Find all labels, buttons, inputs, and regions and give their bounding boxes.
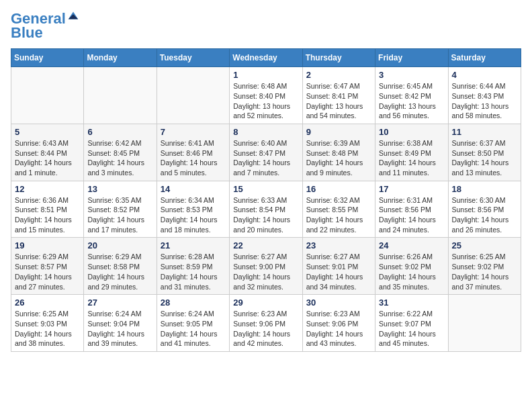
calendar-cell: 24Sunrise: 6:26 AM Sunset: 9:02 PM Dayli…: [375, 238, 448, 295]
day-info: Sunrise: 6:25 AM Sunset: 9:03 PM Dayligh…: [15, 309, 80, 349]
calendar-cell: 6Sunrise: 6:42 AM Sunset: 8:45 PM Daylig…: [84, 124, 157, 181]
day-number: 29: [233, 298, 298, 308]
day-info: Sunrise: 6:43 AM Sunset: 8:44 PM Dayligh…: [15, 138, 80, 178]
day-header-monday: Monday: [84, 49, 157, 67]
day-number: 27: [87, 298, 152, 308]
calendar-cell: 28Sunrise: 6:24 AM Sunset: 9:05 PM Dayli…: [157, 295, 229, 352]
day-number: 12: [15, 184, 80, 194]
day-number: 28: [161, 298, 226, 308]
day-number: 8: [233, 127, 298, 137]
day-number: 2: [306, 70, 371, 80]
calendar-cell: 16Sunrise: 6:32 AM Sunset: 8:55 PM Dayli…: [302, 181, 375, 238]
day-number: 17: [379, 184, 444, 194]
logo: General Blue: [11, 11, 79, 42]
day-info: Sunrise: 6:31 AM Sunset: 8:56 PM Dayligh…: [379, 195, 444, 235]
day-header-saturday: Saturday: [448, 49, 521, 67]
day-header-friday: Friday: [375, 49, 448, 67]
day-info: Sunrise: 6:22 AM Sunset: 9:07 PM Dayligh…: [379, 309, 444, 349]
calendar-cell: 30Sunrise: 6:23 AM Sunset: 9:06 PM Dayli…: [302, 295, 375, 352]
day-info: Sunrise: 6:27 AM Sunset: 9:01 PM Dayligh…: [306, 252, 371, 291]
page-header: General Blue: [11, 11, 521, 42]
calendar-cell: 26Sunrise: 6:25 AM Sunset: 9:03 PM Dayli…: [11, 295, 84, 352]
day-number: 15: [233, 184, 298, 194]
calendar-cell: 27Sunrise: 6:24 AM Sunset: 9:04 PM Dayli…: [84, 295, 157, 352]
calendar-cell: 17Sunrise: 6:31 AM Sunset: 8:56 PM Dayli…: [375, 181, 448, 238]
day-number: 1: [233, 70, 298, 80]
day-number: 21: [161, 240, 226, 250]
day-header-wednesday: Wednesday: [230, 49, 302, 67]
calendar-cell: 23Sunrise: 6:27 AM Sunset: 9:01 PM Dayli…: [302, 238, 375, 295]
day-number: 13: [87, 184, 152, 194]
day-info: Sunrise: 6:23 AM Sunset: 9:06 PM Dayligh…: [233, 309, 298, 349]
calendar-cell: 29Sunrise: 6:23 AM Sunset: 9:06 PM Dayli…: [230, 295, 302, 352]
day-info: Sunrise: 6:39 AM Sunset: 8:48 PM Dayligh…: [306, 138, 371, 178]
day-number: 11: [452, 127, 517, 137]
day-info: Sunrise: 6:34 AM Sunset: 8:53 PM Dayligh…: [161, 195, 226, 235]
calendar-cell: [448, 295, 521, 352]
calendar-cell: 3Sunrise: 6:45 AM Sunset: 8:42 PM Daylig…: [375, 67, 448, 124]
day-number: 26: [15, 298, 80, 308]
calendar-cell: [84, 67, 157, 124]
logo-icon: [67, 9, 79, 21]
day-info: Sunrise: 6:45 AM Sunset: 8:42 PM Dayligh…: [379, 81, 444, 121]
calendar-week-row: 1Sunrise: 6:48 AM Sunset: 8:40 PM Daylig…: [11, 67, 521, 124]
calendar-body: 1Sunrise: 6:48 AM Sunset: 8:40 PM Daylig…: [11, 67, 521, 352]
calendar-cell: 7Sunrise: 6:41 AM Sunset: 8:46 PM Daylig…: [157, 124, 229, 181]
calendar-cell: 10Sunrise: 6:38 AM Sunset: 8:49 PM Dayli…: [375, 124, 448, 181]
calendar-cell: 4Sunrise: 6:44 AM Sunset: 8:43 PM Daylig…: [448, 67, 521, 124]
day-header-thursday: Thursday: [302, 49, 375, 67]
day-info: Sunrise: 6:35 AM Sunset: 8:52 PM Dayligh…: [87, 195, 152, 235]
calendar-cell: 21Sunrise: 6:28 AM Sunset: 8:59 PM Dayli…: [157, 238, 229, 295]
calendar-cell: 18Sunrise: 6:30 AM Sunset: 8:56 PM Dayli…: [448, 181, 521, 238]
day-number: 7: [161, 127, 226, 137]
calendar-cell: 20Sunrise: 6:29 AM Sunset: 8:58 PM Dayli…: [84, 238, 157, 295]
day-header-tuesday: Tuesday: [157, 49, 229, 67]
day-number: 10: [379, 127, 444, 137]
day-info: Sunrise: 6:24 AM Sunset: 9:04 PM Dayligh…: [87, 309, 152, 349]
day-number: 9: [306, 127, 371, 137]
calendar-week-row: 5Sunrise: 6:43 AM Sunset: 8:44 PM Daylig…: [11, 124, 521, 181]
day-info: Sunrise: 6:23 AM Sunset: 9:06 PM Dayligh…: [306, 309, 371, 349]
day-info: Sunrise: 6:41 AM Sunset: 8:46 PM Dayligh…: [161, 138, 226, 178]
day-info: Sunrise: 6:30 AM Sunset: 8:56 PM Dayligh…: [452, 195, 517, 235]
day-info: Sunrise: 6:42 AM Sunset: 8:45 PM Dayligh…: [87, 138, 152, 178]
day-number: 3: [379, 70, 444, 80]
calendar-cell: 9Sunrise: 6:39 AM Sunset: 8:48 PM Daylig…: [302, 124, 375, 181]
day-number: 20: [87, 240, 152, 250]
day-info: Sunrise: 6:26 AM Sunset: 9:02 PM Dayligh…: [379, 252, 444, 291]
calendar-cell: 13Sunrise: 6:35 AM Sunset: 8:52 PM Dayli…: [84, 181, 157, 238]
calendar-cell: 25Sunrise: 6:25 AM Sunset: 9:02 PM Dayli…: [448, 238, 521, 295]
day-number: 31: [379, 298, 444, 308]
day-number: 24: [379, 240, 444, 250]
day-info: Sunrise: 6:29 AM Sunset: 8:57 PM Dayligh…: [15, 252, 80, 291]
day-number: 14: [161, 184, 226, 194]
calendar-cell: 12Sunrise: 6:36 AM Sunset: 8:51 PM Dayli…: [11, 181, 84, 238]
day-info: Sunrise: 6:32 AM Sunset: 8:55 PM Dayligh…: [306, 195, 371, 235]
day-info: Sunrise: 6:37 AM Sunset: 8:50 PM Dayligh…: [452, 138, 517, 178]
calendar-cell: 19Sunrise: 6:29 AM Sunset: 8:57 PM Dayli…: [11, 238, 84, 295]
svg-marker-1: [69, 14, 78, 19]
day-info: Sunrise: 6:33 AM Sunset: 8:54 PM Dayligh…: [233, 195, 298, 235]
calendar-table: SundayMondayTuesdayWednesdayThursdayFrid…: [11, 48, 521, 352]
calendar-week-row: 12Sunrise: 6:36 AM Sunset: 8:51 PM Dayli…: [11, 181, 521, 238]
calendar-cell: 11Sunrise: 6:37 AM Sunset: 8:50 PM Dayli…: [448, 124, 521, 181]
calendar-cell: 31Sunrise: 6:22 AM Sunset: 9:07 PM Dayli…: [375, 295, 448, 352]
day-number: 16: [306, 184, 371, 194]
calendar-cell: 1Sunrise: 6:48 AM Sunset: 8:40 PM Daylig…: [230, 67, 302, 124]
day-info: Sunrise: 6:38 AM Sunset: 8:49 PM Dayligh…: [379, 138, 444, 178]
day-number: 19: [15, 240, 80, 250]
day-info: Sunrise: 6:29 AM Sunset: 8:58 PM Dayligh…: [87, 252, 152, 291]
day-info: Sunrise: 6:27 AM Sunset: 9:00 PM Dayligh…: [233, 252, 298, 291]
day-header-sunday: Sunday: [11, 49, 84, 67]
calendar-week-row: 26Sunrise: 6:25 AM Sunset: 9:03 PM Dayli…: [11, 295, 521, 352]
day-info: Sunrise: 6:40 AM Sunset: 8:47 PM Dayligh…: [233, 138, 298, 178]
day-number: 5: [15, 127, 80, 137]
day-number: 18: [452, 184, 517, 194]
calendar-cell: 15Sunrise: 6:33 AM Sunset: 8:54 PM Dayli…: [230, 181, 302, 238]
calendar-cell: [11, 67, 84, 124]
day-info: Sunrise: 6:36 AM Sunset: 8:51 PM Dayligh…: [15, 195, 80, 235]
calendar-cell: 5Sunrise: 6:43 AM Sunset: 8:44 PM Daylig…: [11, 124, 84, 181]
day-number: 25: [452, 240, 517, 250]
calendar-header-row: SundayMondayTuesdayWednesdayThursdayFrid…: [11, 49, 521, 67]
day-info: Sunrise: 6:25 AM Sunset: 9:02 PM Dayligh…: [452, 252, 517, 291]
